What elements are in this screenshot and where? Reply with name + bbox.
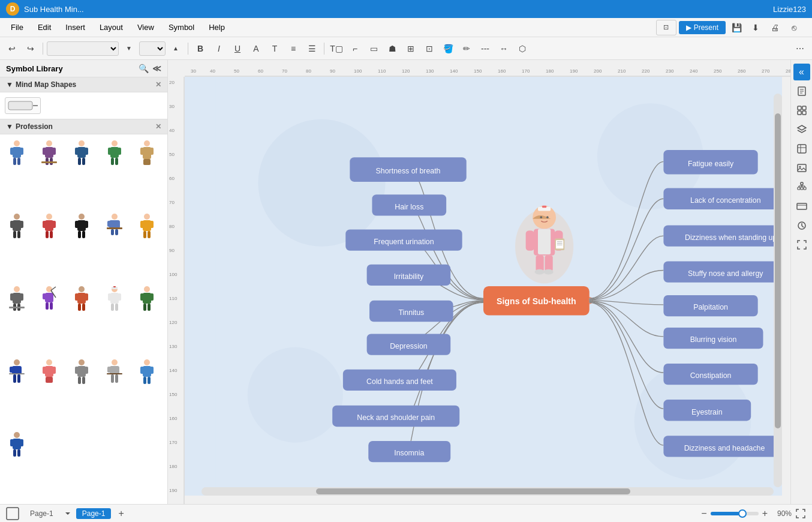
scrollbar-v-thumb[interactable] [775, 113, 781, 428]
menu-layout[interactable]: Layout [94, 20, 129, 34]
container-btn[interactable]: ⊡ [421, 41, 438, 56]
person-figure-3[interactable] [68, 138, 95, 168]
save-btn[interactable]: 💾 [728, 20, 745, 35]
line-btn[interactable]: ✏ [458, 41, 475, 56]
download-btn[interactable]: ⬇ [747, 20, 764, 35]
align-button[interactable]: ≡ [285, 41, 302, 56]
page-inactive-label[interactable]: Page-1 [24, 508, 59, 519]
right-panel-layer-btn[interactable] [793, 121, 810, 138]
right-panel-collapse-btn[interactable]: « [793, 64, 810, 80]
font-size-down[interactable]: ▼ [121, 41, 137, 56]
italic-button[interactable]: I [210, 41, 227, 56]
search-icon[interactable]: 🔍 [139, 64, 149, 73]
font-selector[interactable] [47, 41, 119, 56]
scrollbar-h-thumb[interactable] [316, 488, 631, 494]
edit-shape-btn[interactable]: ⬡ [514, 41, 531, 56]
menu-symbol[interactable]: Symbol [163, 20, 200, 34]
center-node-text: Signs of Sub-health [497, 296, 576, 306]
person-figure-11[interactable] [4, 284, 30, 314]
font-size-selector[interactable] [139, 41, 166, 56]
page-active-label[interactable]: Page-1 [76, 508, 112, 519]
section-collapse-icon[interactable]: ▼ [6, 80, 13, 89]
svg-point-49 [112, 214, 118, 220]
shape-btn[interactable]: ▭ [365, 41, 382, 56]
section-profession-collapse-icon[interactable]: ▼ [6, 122, 13, 131]
person-figure-4[interactable] [101, 138, 128, 168]
zoom-slider-track[interactable] [711, 512, 759, 515]
right-panel-image-btn[interactable] [793, 160, 810, 176]
person-figure-17[interactable] [36, 357, 62, 387]
person-figure-19[interactable] [101, 357, 128, 387]
section-close-icon[interactable]: ✕ [155, 80, 161, 89]
present-button[interactable]: ▶ Present [679, 21, 726, 34]
right-panel-container-btn[interactable] [793, 198, 810, 215]
page-dropdown-icon[interactable] [64, 510, 71, 517]
person-figure-9[interactable] [101, 211, 128, 241]
font-color-button[interactable]: A [248, 41, 264, 56]
menu-view[interactable]: View [131, 20, 160, 34]
font-size-up[interactable]: ▲ [167, 41, 184, 56]
person-figure-8[interactable] [68, 211, 95, 241]
person-figure-18[interactable] [68, 357, 95, 387]
share-btn[interactable]: ⎋ [786, 20, 802, 35]
fullscreen-icon[interactable] [795, 508, 806, 519]
svg-point-95 [14, 359, 20, 365]
dash-btn[interactable]: --- [477, 41, 494, 56]
svg-rect-127 [20, 439, 23, 446]
layout-view-icon[interactable] [6, 507, 19, 520]
menu-insert[interactable]: Insert [59, 20, 91, 34]
note-btn[interactable]: ☗ [384, 41, 401, 56]
arrow-btn[interactable]: ↔ [495, 41, 512, 56]
table-btn[interactable]: ⊞ [402, 41, 419, 56]
svg-rect-23 [118, 148, 121, 155]
add-page-btn[interactable]: + [116, 508, 126, 519]
section-profession-close-icon[interactable]: ✕ [155, 122, 161, 131]
zoom-in-btn[interactable]: + [762, 508, 768, 519]
right-panel-expand-btn[interactable] [793, 236, 810, 253]
menu-edit[interactable]: Edit [32, 20, 57, 34]
fill-btn[interactable]: 🪣 [440, 41, 456, 56]
svg-point-124 [14, 432, 20, 438]
person-figure-14[interactable] [101, 284, 128, 314]
person-figure-10[interactable] [134, 211, 160, 241]
person-figure-15[interactable] [134, 284, 160, 314]
svg-point-37 [46, 214, 52, 220]
connector-btn[interactable]: ⌐ [347, 41, 363, 56]
scrollbar-horizontal[interactable] [202, 487, 774, 496]
undo-button[interactable]: ↩ [4, 41, 20, 56]
person-figure-7[interactable] [36, 211, 62, 241]
text-box-btn[interactable]: T▢ [328, 41, 345, 56]
person-figure-5[interactable] [134, 138, 160, 168]
person-figure-21[interactable] [4, 430, 30, 460]
scrollbar-vertical[interactable] [774, 94, 782, 487]
zoom-slider-thumb[interactable] [738, 509, 747, 518]
person-figure-16[interactable] [4, 357, 30, 387]
svg-rect-28 [140, 148, 144, 155]
right-panel-ref-btn[interactable] [793, 140, 810, 157]
person-figure-20[interactable] [134, 357, 160, 387]
person-figure-1[interactable] [4, 138, 30, 168]
print-btn[interactable]: 🖨 [766, 20, 783, 35]
right-panel-org-btn[interactable] [793, 179, 810, 196]
canvas[interactable]: Signs of Sub-health [185, 77, 782, 496]
bold-button[interactable]: B [192, 41, 209, 56]
person-figure-13[interactable] [68, 284, 95, 314]
import-btn[interactable]: ⊡ [656, 20, 676, 35]
underline-button[interactable]: U [229, 41, 246, 56]
canvas-area[interactable]: 3040 5060 7080 90100 110120 130140 15016… [168, 60, 790, 504]
person-figure-6[interactable] [4, 211, 30, 241]
text-style-button[interactable]: T [266, 41, 283, 56]
collapse-sidebar-icon[interactable]: ≪ [152, 64, 161, 73]
person-figure-12[interactable] [36, 284, 62, 314]
spacing-button[interactable]: ☰ [303, 41, 320, 56]
shape-narrow[interactable] [5, 97, 41, 114]
right-panel-page-btn[interactable] [793, 83, 810, 100]
more-btn[interactable]: ⋯ [792, 41, 808, 56]
menu-help[interactable]: Help [203, 20, 231, 34]
redo-button[interactable]: ↪ [22, 41, 39, 56]
zoom-out-btn[interactable]: − [701, 508, 706, 519]
menu-file[interactable]: File [5, 20, 29, 34]
person-figure-2[interactable] [36, 138, 62, 168]
right-panel-grid-btn[interactable] [793, 102, 810, 119]
right-panel-undo-history-btn[interactable] [793, 217, 810, 234]
